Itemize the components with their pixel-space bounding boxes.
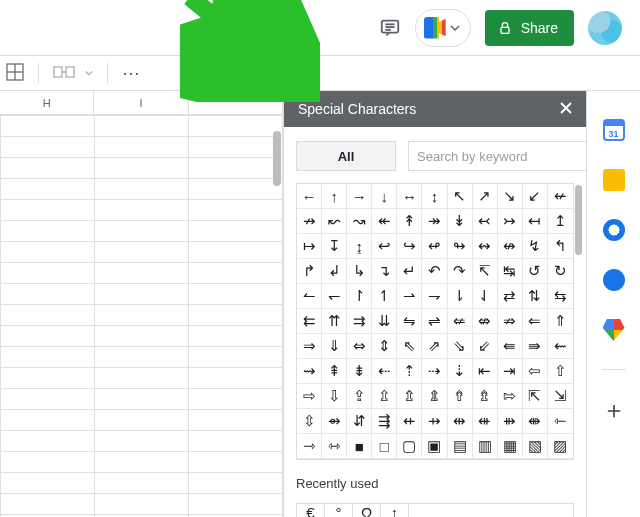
character-cell[interactable]: ⇙	[473, 334, 498, 359]
character-cell[interactable]: ↩	[372, 234, 397, 259]
recent-character[interactable]: ↑	[381, 504, 409, 517]
character-cell[interactable]: ⇟	[347, 359, 372, 384]
character-cell[interactable]: ⇗	[422, 334, 447, 359]
character-cell[interactable]: ⇁	[422, 284, 447, 309]
merge-cells-icon[interactable]	[53, 64, 75, 83]
meet-dropdown[interactable]	[415, 9, 471, 47]
character-cell[interactable]: ⇔	[347, 334, 372, 359]
character-cell[interactable]: ▢	[397, 434, 422, 459]
character-cell[interactable]: ⇯	[473, 384, 498, 409]
character-cell[interactable]: ⇞	[322, 359, 347, 384]
character-cell[interactable]: ↔	[397, 184, 422, 209]
character-cell[interactable]: ↹	[498, 259, 523, 284]
character-cell[interactable]: →	[347, 184, 372, 209]
character-cell[interactable]: ⇝	[297, 359, 322, 384]
character-cell[interactable]: ⇘	[448, 334, 473, 359]
account-avatar[interactable]	[588, 11, 622, 45]
character-cell[interactable]: ▧	[523, 434, 548, 459]
character-cell[interactable]: ⇌	[422, 309, 447, 334]
character-cell[interactable]: ▤	[448, 434, 473, 459]
calendar-icon[interactable]: 31	[603, 119, 625, 141]
character-cell[interactable]: ↯	[523, 234, 548, 259]
dropdown-caret-icon[interactable]	[85, 69, 93, 77]
character-cell[interactable]: ⇏	[498, 309, 523, 334]
character-cell[interactable]: ↢	[473, 209, 498, 234]
character-cell[interactable]: ⇆	[548, 284, 573, 309]
character-cell[interactable]: ⇤	[473, 359, 498, 384]
character-cell[interactable]: ⇠	[372, 359, 397, 384]
column-header[interactable]: H	[0, 91, 94, 114]
character-cell[interactable]: ⇰	[498, 384, 523, 409]
character-cell[interactable]: ⇚	[498, 334, 523, 359]
character-cell[interactable]: ⇉	[347, 309, 372, 334]
character-cell[interactable]: ↴	[372, 259, 397, 284]
character-cell[interactable]: ↭	[473, 234, 498, 259]
character-cell[interactable]: ⇩	[322, 384, 347, 409]
close-icon[interactable]	[558, 100, 574, 119]
recent-character[interactable]: €	[297, 504, 325, 517]
character-cell[interactable]: ↞	[372, 209, 397, 234]
recent-character[interactable]: °	[325, 504, 353, 517]
character-cell[interactable]: ↦	[297, 234, 322, 259]
character-cell[interactable]: ⇾	[297, 434, 322, 459]
character-cell[interactable]: ⇭	[422, 384, 447, 409]
character-cell[interactable]: ↧	[322, 234, 347, 259]
borders-icon[interactable]	[6, 63, 24, 84]
character-cell[interactable]: ↕	[422, 184, 447, 209]
category-tab-all[interactable]: All	[296, 141, 396, 171]
contacts-icon[interactable]	[603, 269, 625, 291]
character-cell[interactable]: ⇨	[297, 384, 322, 409]
column-header[interactable]	[189, 91, 283, 114]
character-cell[interactable]: ⇲	[548, 384, 573, 409]
cells-grid[interactable]	[0, 115, 283, 517]
character-cell[interactable]: ↚	[548, 184, 573, 209]
character-cell[interactable]: ↺	[523, 259, 548, 284]
character-cell[interactable]: ⇓	[322, 334, 347, 359]
character-cell[interactable]: ⇻	[498, 409, 523, 434]
character-cell[interactable]: ⇐	[523, 309, 548, 334]
character-cell[interactable]: ⇒	[297, 334, 322, 359]
character-cell[interactable]: ⇵	[347, 409, 372, 434]
character-cell[interactable]: ⇕	[372, 334, 397, 359]
character-cell[interactable]: ↽	[322, 284, 347, 309]
character-cell[interactable]: ⇿	[322, 434, 347, 459]
character-cell[interactable]: ↖	[448, 184, 473, 209]
character-cell[interactable]: ↾	[347, 284, 372, 309]
character-cell[interactable]: ⇎	[473, 309, 498, 334]
character-cell[interactable]: ↝	[347, 209, 372, 234]
character-cell[interactable]: ⇧	[548, 359, 573, 384]
recent-character[interactable]: Ω	[353, 504, 381, 517]
character-cell[interactable]: ↲	[322, 259, 347, 284]
panel-scrollbar-thumb[interactable]	[575, 185, 582, 255]
character-cell[interactable]: ↱	[297, 259, 322, 284]
character-cell[interactable]: ⇃	[473, 284, 498, 309]
character-cell[interactable]: ▦	[498, 434, 523, 459]
character-cell[interactable]: ↰	[548, 234, 573, 259]
tasks-icon[interactable]	[603, 219, 625, 241]
column-header[interactable]: I	[94, 91, 188, 114]
character-cell[interactable]: ⇊	[372, 309, 397, 334]
character-cell[interactable]: ↳	[347, 259, 372, 284]
character-cell[interactable]: ⇫	[372, 384, 397, 409]
collapse-panel-icon[interactable]	[260, 65, 282, 90]
character-cell[interactable]: ⇄	[498, 284, 523, 309]
character-cell[interactable]: ⇼	[523, 409, 548, 434]
character-cell[interactable]: ⇺	[473, 409, 498, 434]
character-cell[interactable]: ⇸	[422, 409, 447, 434]
character-cell[interactable]: ↘	[498, 184, 523, 209]
character-cell[interactable]: ⇬	[397, 384, 422, 409]
maps-icon[interactable]	[603, 319, 625, 341]
more-tools-icon[interactable]: ⋯	[122, 62, 142, 84]
character-cell[interactable]: ▨	[548, 434, 573, 459]
keep-icon[interactable]	[603, 169, 625, 191]
character-cell[interactable]: ⇪	[347, 384, 372, 409]
character-cell[interactable]: ↤	[523, 209, 548, 234]
character-cell[interactable]: ⇽	[548, 409, 573, 434]
character-cell[interactable]: ↼	[297, 284, 322, 309]
character-cell[interactable]: ⇛	[523, 334, 548, 359]
character-cell[interactable]: ↬	[448, 234, 473, 259]
character-cell[interactable]: ⇹	[448, 409, 473, 434]
character-cell[interactable]: □	[372, 434, 397, 459]
character-cell[interactable]: ↷	[448, 259, 473, 284]
character-cell[interactable]: ↿	[372, 284, 397, 309]
